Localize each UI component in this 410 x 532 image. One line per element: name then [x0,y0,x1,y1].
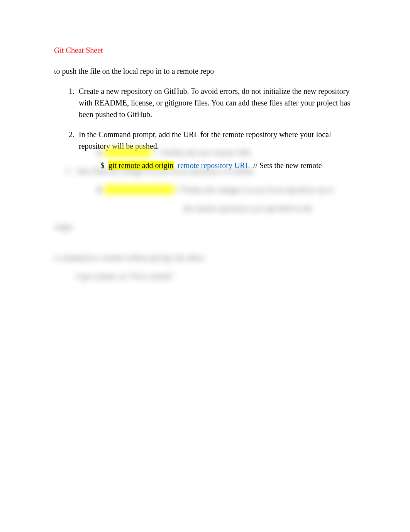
blurred-step-number: 3. [66,165,77,177]
shell-prompt: $ [97,184,101,195]
blurred-step-text: then Push the changes in your local repo… [77,165,255,177]
blurred-text: // Verifies the new remote URL [151,147,252,158]
blurred-text: the remote repository you specified as t… [183,202,312,214]
blurred-section-title: a command to commit without giving vim e… [54,252,204,263]
blurred-command: # git commit -m "First commit" [76,270,175,282]
step-text: Create a new repository on GitHub. To av… [79,87,350,119]
shell-prompt: $ [97,147,101,158]
page-title: Git Cheat Sheet [54,44,360,56]
list-item: Create a new repository on GitHub. To av… [76,85,360,120]
highlighted-command [105,148,151,157]
blurred-text: origin [54,221,73,233]
intro-text: to push the file on the local repo in to… [54,65,360,77]
blurred-text: // Pushes the changes in your local repo… [174,184,334,195]
blurred-preview-region: $ // Verifies the new remote URL 3. then… [54,147,359,289]
highlighted-command [105,185,174,194]
